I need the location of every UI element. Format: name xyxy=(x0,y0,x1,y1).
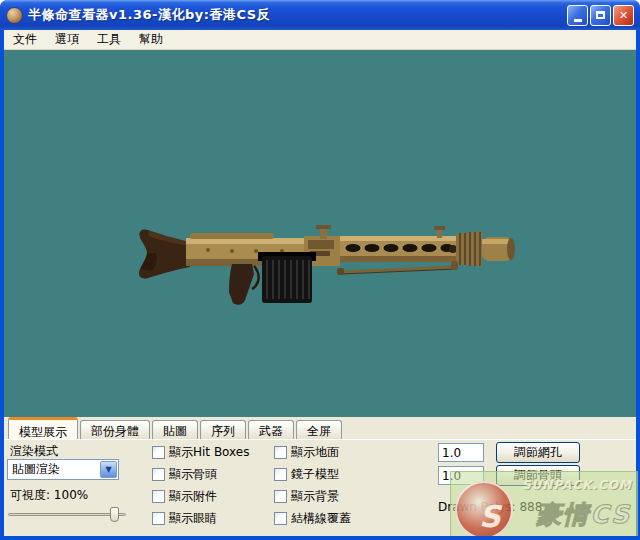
checkbox-mirror-model[interactable] xyxy=(274,468,287,481)
maximize-button[interactable] xyxy=(590,5,611,26)
checkbox-show-background[interactable] xyxy=(274,490,287,503)
drawn-polys-status: Drawn Polys: 888 xyxy=(438,500,542,514)
window-controls: ✕ xyxy=(567,5,634,26)
model-viewport[interactable] xyxy=(4,50,636,417)
menu-options[interactable]: 選項 xyxy=(46,29,88,50)
render-mode-select[interactable]: 貼圖渲染 ▼ xyxy=(7,459,119,480)
checkbox-wireframe-overlay[interactable] xyxy=(274,512,287,525)
slider-track[interactable] xyxy=(8,513,126,516)
mesh-scale-input[interactable] xyxy=(438,443,484,462)
checkbox-label: 顯示背景 xyxy=(291,488,339,505)
checkbox-row-eyes: 顯示眼睛 xyxy=(152,510,217,526)
tab-bar: 模型展示 部份身體 貼圖 序列 武器 全屏 xyxy=(4,417,636,439)
menu-file[interactable]: 文件 xyxy=(4,29,46,50)
checkbox-label: 顯示附件 xyxy=(169,488,217,505)
checkbox-label: 顯示地面 xyxy=(291,444,339,461)
checkbox-row-mirror: 鏡子模型 xyxy=(274,466,339,482)
maximize-icon xyxy=(596,11,605,19)
minimize-icon xyxy=(574,19,582,22)
close-button[interactable]: ✕ xyxy=(613,5,634,26)
menu-help[interactable]: 幫助 xyxy=(130,29,172,50)
slider-thumb[interactable] xyxy=(110,507,119,522)
app-window: 半條命查看器v1.36-漢化by:香港CS反 ✕ 文件 選項 工具 幫助 xyxy=(0,0,640,540)
render-mode-label: 渲染模式 xyxy=(10,443,58,460)
minimize-button[interactable] xyxy=(567,5,588,26)
control-panel: 渲染模式 貼圖渲染 ▼ 可視度: 100% 顯示Hit Boxes 顯示骨頭 顯… xyxy=(4,439,636,536)
render-mode-value: 貼圖渲染 xyxy=(8,461,99,478)
checkbox-row-wireframe: 結構線覆蓋 xyxy=(274,510,351,526)
tab-weapon[interactable]: 武器 xyxy=(248,420,294,439)
checkbox-show-ground[interactable] xyxy=(274,446,287,459)
checkbox-show-attachments[interactable] xyxy=(152,490,165,503)
app-icon xyxy=(6,7,23,24)
opacity-slider[interactable] xyxy=(8,506,126,522)
menu-bar: 文件 選項 工具 幫助 xyxy=(4,30,636,50)
chevron-down-icon[interactable]: ▼ xyxy=(100,461,117,478)
checkbox-label: 結構線覆蓋 xyxy=(291,510,351,527)
checkbox-show-eyes[interactable] xyxy=(152,512,165,525)
checkbox-row-ground: 顯示地面 xyxy=(274,444,339,460)
checkbox-show-hitboxes[interactable] xyxy=(152,446,165,459)
checkbox-label: 顯示眼睛 xyxy=(169,510,217,527)
checkbox-show-bones[interactable] xyxy=(152,468,165,481)
checkbox-row-background: 顯示背景 xyxy=(274,488,339,504)
checkbox-label: 鏡子模型 xyxy=(291,466,339,483)
window-bottom-border xyxy=(0,536,640,540)
tab-model-display[interactable]: 模型展示 xyxy=(8,417,78,439)
adjust-bones-button[interactable]: 調節骨頭 xyxy=(496,465,580,486)
tab-fullscreen[interactable]: 全屏 xyxy=(296,420,342,439)
tab-texture[interactable]: 貼圖 xyxy=(152,420,198,439)
checkbox-label: 顯示骨頭 xyxy=(169,466,217,483)
tab-body-parts[interactable]: 部份身體 xyxy=(80,420,150,439)
close-icon: ✕ xyxy=(619,9,628,22)
bone-scale-input[interactable] xyxy=(438,466,484,485)
weapon-model xyxy=(4,50,636,417)
opacity-label: 可視度: 100% xyxy=(10,487,88,504)
title-bar[interactable]: 半條命查看器v1.36-漢化by:香港CS反 ✕ xyxy=(0,0,640,30)
checkbox-row-attachments: 顯示附件 xyxy=(152,488,217,504)
adjust-mesh-button[interactable]: 調節網孔 xyxy=(496,442,580,463)
checkbox-row-hitboxes: 顯示Hit Boxes xyxy=(152,444,249,460)
checkbox-row-bones: 顯示骨頭 xyxy=(152,466,217,482)
window-title: 半條命查看器v1.36-漢化by:香港CS反 xyxy=(28,6,567,24)
tab-sequence[interactable]: 序列 xyxy=(200,420,246,439)
menu-tools[interactable]: 工具 xyxy=(88,29,130,50)
checkbox-label: 顯示Hit Boxes xyxy=(169,444,249,461)
